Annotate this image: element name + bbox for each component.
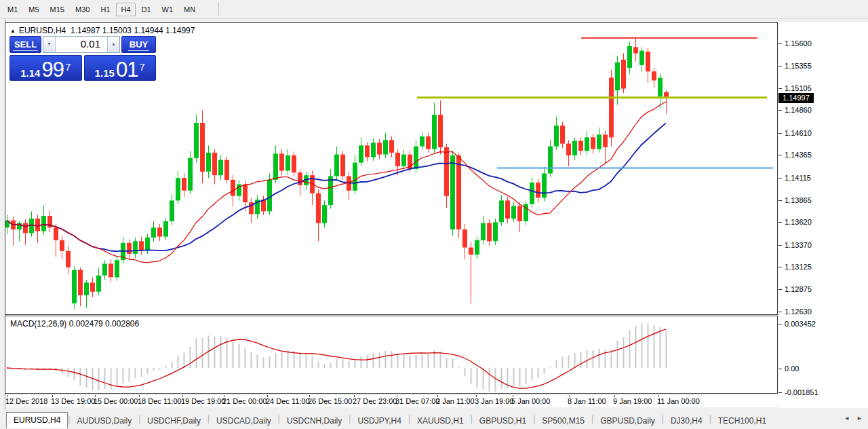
buy-button[interactable]: BUY <box>121 36 156 53</box>
tab-EURUSD-H4[interactable]: EURUSD,H4 <box>6 412 68 428</box>
candle-body <box>426 136 431 149</box>
candle-body <box>170 200 174 221</box>
candle-body <box>157 227 162 236</box>
candle-body <box>353 163 357 191</box>
candle-body <box>475 240 479 255</box>
tab-USDCAD-Daily[interactable]: USDCAD,Daily <box>210 413 278 428</box>
tabs-scroll-left-button[interactable]: ◄ <box>844 415 850 422</box>
candle-body <box>560 126 565 144</box>
bid-price-box[interactable]: 1.14 99 7 <box>9 55 82 81</box>
volume-input[interactable]: 0.01 <box>56 37 107 52</box>
timeframe-toolbar: M1M5M15M30H1H4D1W1MN <box>0 0 868 19</box>
candle-body <box>621 60 626 89</box>
timeframe-button-M1[interactable]: M1 <box>3 3 22 16</box>
chart-title: ▲EURUSD,H4 1.14987 1.15003 1.14944 1.149… <box>10 26 195 35</box>
price-axis-label: 1.14365 <box>785 151 812 159</box>
candle-body <box>401 155 406 166</box>
trading-terminal-window: M1M5M15M30H1H4D1W1MN ▲EURUSD,H4 1.14987 … <box>0 0 868 429</box>
axis-tick <box>778 392 782 393</box>
candle-body <box>456 155 461 229</box>
candle-body <box>469 248 473 255</box>
chart-tabs: EURUSD,H4|AUDUSD,Daily|USDCHF,Daily|USDC… <box>0 410 868 428</box>
axis-tick <box>778 369 782 369</box>
tab-USDCHF-Daily[interactable]: USDCHF,Daily <box>140 413 208 428</box>
candle-body <box>639 51 644 65</box>
ma-slow-line <box>7 123 666 251</box>
tab-USDJPY-H4[interactable]: USDJPY,H4 <box>351 413 408 428</box>
axis-tick <box>778 324 782 324</box>
tab-GBPUSD-H1[interactable]: GBPUSD,H1 <box>473 413 533 428</box>
timeframe-button-D1[interactable]: D1 <box>137 3 156 16</box>
price-axis-label: 1.12630 <box>785 307 812 316</box>
candle-body <box>414 147 418 169</box>
axis-tick <box>778 155 782 155</box>
candle-body <box>96 276 101 292</box>
triangle-up-icon: ▲ <box>111 41 116 46</box>
candle-body <box>292 155 296 172</box>
candle-body <box>371 143 376 157</box>
candle-body <box>102 264 107 276</box>
candle-body <box>127 243 132 254</box>
axis-tick <box>778 312 782 312</box>
tab-GBPUSD-Daily[interactable]: GBPUSD,Daily <box>593 413 662 428</box>
time-axis-label: 24 Dec 11:00 <box>266 397 310 405</box>
time-axis-label: 26 Dec 15:00 <box>308 397 352 405</box>
tab-separator: | <box>278 414 280 424</box>
axis-tick <box>778 200 782 201</box>
macd-axis-label: -0.001851 <box>785 388 818 396</box>
candle-body <box>66 251 71 267</box>
candle-body <box>444 147 449 196</box>
candle-body <box>145 238 150 250</box>
tab-TECH100-H1[interactable]: TECH100,H1 <box>711 413 773 428</box>
time-axis-label: 27 Dec 23:00 <box>353 397 397 405</box>
macd-axis-label: 0.003452 <box>785 320 816 328</box>
timeframe-button-MN[interactable]: MN <box>179 3 200 16</box>
chart-title-ohlc: 1.14987 1.15003 1.14944 1.14997 <box>71 26 195 35</box>
price-axis[interactable]: 1.156001.153551.151051.148601.146101.143… <box>778 22 868 408</box>
axis-tick <box>778 245 782 246</box>
candle-body <box>609 78 614 138</box>
time-axis[interactable]: 12 Dec 201813 Dec 19:0015 Dec 00:0018 De… <box>5 395 778 407</box>
candle-body <box>115 260 119 277</box>
candle-body <box>23 223 28 234</box>
macd-name: MACD(12,26,9) <box>10 319 66 329</box>
tab-AUDUSD-Daily[interactable]: AUDUSD,Daily <box>70 413 138 428</box>
triangle-down-icon: ▼ <box>47 41 52 46</box>
ask-price-box[interactable]: 1.15 01 7 <box>84 55 157 81</box>
price-axis-label: 1.12875 <box>785 285 812 293</box>
candle-body <box>267 180 272 212</box>
timeframe-button-H1[interactable]: H1 <box>96 3 115 16</box>
time-axis-label: 8 Jan 11:00 <box>568 397 606 405</box>
timeframe-button-W1[interactable]: W1 <box>157 3 178 16</box>
candle-body <box>298 172 302 185</box>
timeframe-button-M15[interactable]: M15 <box>45 3 69 16</box>
volume-decrease-button[interactable]: ▼ <box>43 37 56 52</box>
tabs-scroll-right-button[interactable]: ► <box>856 415 863 422</box>
volume-increase-button[interactable]: ▲ <box>107 37 119 52</box>
candle-body <box>176 178 180 200</box>
axis-tick <box>778 88 782 89</box>
tab-separator: | <box>533 414 535 424</box>
tab-separator: | <box>662 414 664 424</box>
candle-body <box>133 241 138 254</box>
axis-tick <box>778 43 782 44</box>
arrow-left-icon: ◄ <box>844 415 850 422</box>
tab-DJ30-H4[interactable]: DJ30,H4 <box>664 413 709 428</box>
candle-body <box>517 206 522 221</box>
candle-body <box>279 153 284 170</box>
time-axis-label: 19 Dec 19:00 <box>181 397 225 405</box>
tab-USDCNH-Daily[interactable]: USDCNH,Daily <box>280 413 349 428</box>
timeframe-button-M30[interactable]: M30 <box>71 3 94 16</box>
timeframe-button-M5[interactable]: M5 <box>24 3 43 16</box>
tab-XAUUSD-H1[interactable]: XAUUSD,H1 <box>410 413 471 428</box>
volume-stepper: ▼ 0.01 ▲ <box>43 36 120 53</box>
chart-title-symbol: EURUSD,H4 <box>19 26 66 35</box>
tab-SP500-M15[interactable]: SP500,M15 <box>535 413 591 428</box>
timeframe-button-H4[interactable]: H4 <box>116 3 135 16</box>
candle-body <box>60 240 64 251</box>
sell-button[interactable]: SELL <box>9 36 41 53</box>
time-axis-label: 21 Dec 00:00 <box>222 397 267 405</box>
axis-tick <box>778 133 782 134</box>
candle-body <box>90 282 95 291</box>
tab-separator: | <box>709 414 711 424</box>
